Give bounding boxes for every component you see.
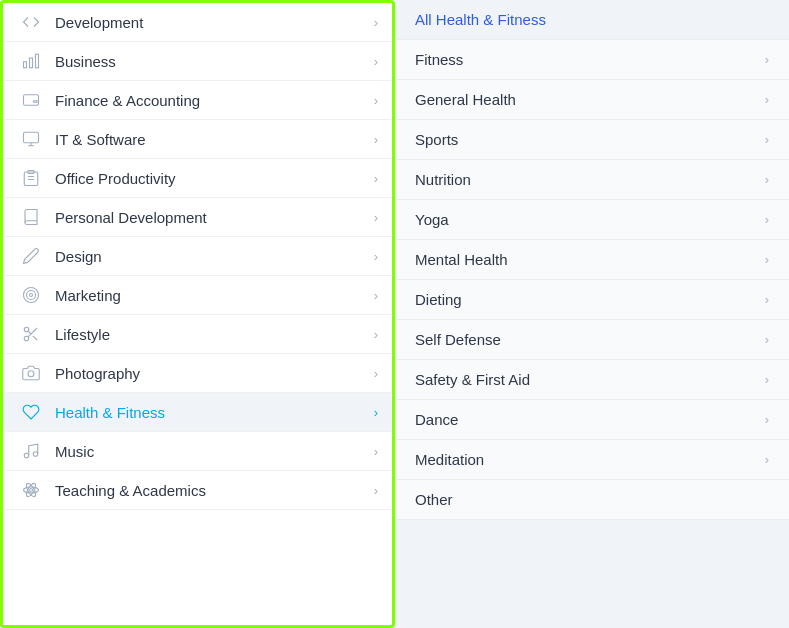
sidebar-item-marketing[interactable]: Marketing › [3,276,392,315]
sub-item-safety[interactable]: Safety & First Aid › [395,360,789,400]
sub-item-label: All Health & Fitness [415,11,769,28]
chevron-right-icon: › [374,210,378,225]
chevron-right-icon: › [374,444,378,459]
sub-item-label: Meditation [415,451,765,468]
sub-item-nutrition[interactable]: Nutrition › [395,160,789,200]
sidebar-item-label: Business [55,53,374,70]
sub-item-yoga[interactable]: Yoga › [395,200,789,240]
chevron-right-icon: › [765,212,769,227]
chevron-right-icon: › [374,288,378,303]
target-icon [17,286,45,304]
sidebar-item-photography[interactable]: Photography › [3,354,392,393]
sidebar-item-business[interactable]: Business › [3,42,392,81]
svg-point-13 [30,294,33,297]
sidebar-item-it[interactable]: IT & Software › [3,120,392,159]
sub-item-label: General Health [415,91,765,108]
sidebar-item-label: Marketing [55,287,374,304]
svg-rect-4 [24,132,39,143]
svg-point-22 [30,489,33,492]
svg-rect-3 [24,95,39,106]
chevron-right-icon: › [374,54,378,69]
chevron-right-icon: › [374,93,378,108]
sidebar-item-label: Teaching & Academics [55,482,374,499]
chevron-right-icon: › [765,452,769,467]
chevron-right-icon: › [374,366,378,381]
sidebar-item-label: IT & Software [55,131,374,148]
sidebar-item-teaching[interactable]: Teaching & Academics › [3,471,392,510]
chevron-right-icon: › [374,15,378,30]
svg-line-17 [33,336,37,340]
sidebar-item-personal[interactable]: Personal Development › [3,198,392,237]
sidebar-item-label: Music [55,443,374,460]
main-container: Development › Business › Finance & Accou… [0,0,789,628]
chevron-right-icon: › [765,292,769,307]
camera-icon [17,364,45,382]
sidebar-item-development[interactable]: Development › [3,3,392,42]
sub-item-label: Yoga [415,211,765,228]
svg-point-14 [24,327,29,332]
sub-item-label: Nutrition [415,171,765,188]
bar-chart-icon [17,52,45,70]
book-icon [17,208,45,226]
sub-item-general-health[interactable]: General Health › [395,80,789,120]
sidebar-item-design[interactable]: Design › [3,237,392,276]
sub-item-fitness[interactable]: Fitness › [395,40,789,80]
chevron-right-icon: › [374,132,378,147]
sub-item-label: Self Defense [415,331,765,348]
code-icon [17,13,45,31]
sidebar-item-lifestyle[interactable]: Lifestyle › [3,315,392,354]
scissors-icon [17,325,45,343]
chevron-right-icon: › [374,171,378,186]
heart-icon [17,403,45,421]
chevron-right-icon: › [374,483,378,498]
sidebar-item-office[interactable]: Office Productivity › [3,159,392,198]
sub-item-sports[interactable]: Sports › [395,120,789,160]
chevron-right-icon: › [765,172,769,187]
svg-point-21 [33,452,38,457]
sidebar-item-label: Photography [55,365,374,382]
svg-rect-0 [36,54,39,68]
sub-item-meditation[interactable]: Meditation › [395,440,789,480]
sub-item-mental-health[interactable]: Mental Health › [395,240,789,280]
sub-item-dance[interactable]: Dance › [395,400,789,440]
sidebar-item-label: Finance & Accounting [55,92,374,109]
left-panel: Development › Business › Finance & Accou… [0,0,395,628]
wallet-icon [17,91,45,109]
sidebar-item-health[interactable]: Health & Fitness › [3,393,392,432]
right-panel: All Health & Fitness Fitness › General H… [395,0,789,628]
sidebar-item-label: Lifestyle [55,326,374,343]
chevron-right-icon: › [765,92,769,107]
sidebar-item-label: Development [55,14,374,31]
chevron-right-icon: › [765,332,769,347]
chevron-right-icon: › [765,372,769,387]
sidebar-item-finance[interactable]: Finance & Accounting › [3,81,392,120]
sub-item-self-defense[interactable]: Self Defense › [395,320,789,360]
sub-item-label: Safety & First Aid [415,371,765,388]
chevron-right-icon: › [374,405,378,420]
svg-point-20 [24,453,29,458]
svg-point-19 [28,371,34,377]
sub-item-label: Mental Health [415,251,765,268]
sub-item-label: Other [415,491,769,508]
chevron-right-icon: › [374,249,378,264]
clipboard-icon [17,169,45,187]
sub-item-label: Sports [415,131,765,148]
sidebar-item-label: Personal Development [55,209,374,226]
sidebar-item-music[interactable]: Music › [3,432,392,471]
atom-icon [17,481,45,499]
svg-point-15 [24,336,29,341]
chevron-right-icon: › [765,132,769,147]
sub-item-all[interactable]: All Health & Fitness [395,0,789,40]
sub-item-label: Dieting [415,291,765,308]
svg-point-23 [24,487,39,493]
chevron-right-icon: › [765,52,769,67]
sub-item-dieting[interactable]: Dieting › [395,280,789,320]
svg-rect-1 [30,58,33,68]
svg-point-11 [24,288,39,303]
sub-item-label: Fitness [415,51,765,68]
sub-item-other[interactable]: Other [395,480,789,520]
chevron-right-icon: › [765,412,769,427]
chevron-right-icon: › [765,252,769,267]
pencil-icon [17,247,45,265]
monitor-icon [17,130,45,148]
